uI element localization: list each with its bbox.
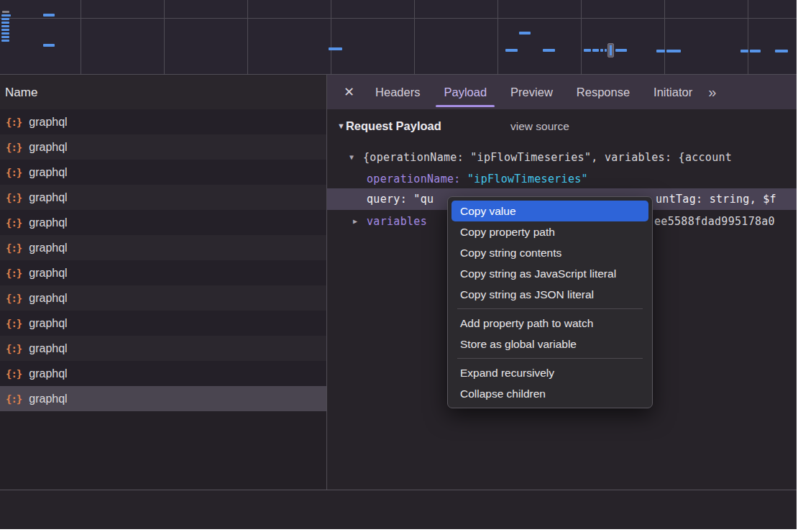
timeline-bar[interactable] — [2, 11, 9, 13]
summary-footer — [0, 490, 797, 528]
devtools-window: Name {:}graphql{:}graphql{:}graphql{:}gr… — [0, 0, 797, 529]
menu-item-store-as-global-variable[interactable]: Store as global variable — [451, 334, 648, 354]
timeline-bar[interactable] — [505, 49, 518, 52]
menu-item-copy-string-as-json-literal[interactable]: Copy string as JSON literal — [451, 284, 648, 305]
operation-name-row[interactable]: operationName: "ipFlowTimeseries" — [327, 168, 797, 190]
property-preview-right: ee5588fdad995178a0 — [654, 211, 775, 232]
timeline-bar[interactable] — [656, 50, 665, 52]
devtools-screenshot: Name {:}graphql{:}graphql{:}graphql{:}gr… — [0, 0, 798, 532]
menu-item-copy-string-as-javascript-literal[interactable]: Copy string as JavaScript literal — [451, 263, 648, 284]
network-request-row[interactable]: {:}graphql — [0, 134, 326, 160]
json-braces-icon: {:} — [6, 368, 22, 380]
timeline-bar[interactable] — [543, 49, 555, 52]
menu-item-copy-string-contents[interactable]: Copy string contents — [451, 242, 648, 263]
timeline-bar[interactable] — [740, 50, 748, 52]
request-name: graphql — [29, 267, 67, 280]
timeline-bar[interactable] — [1, 18, 9, 20]
timeline-bar[interactable] — [1, 14, 11, 17]
request-name: graphql — [29, 166, 67, 179]
request-payload-header: ▼Request Payload view source — [327, 118, 797, 137]
property-value-left: "qu — [413, 193, 434, 206]
timeline-bar[interactable] — [1, 22, 9, 24]
tab-headers[interactable]: Headers — [366, 75, 429, 109]
context-menu: Copy valueCopy property pathCopy string … — [447, 196, 653, 408]
timeline-bar[interactable] — [519, 32, 531, 35]
payload-root-row[interactable]: ▼ {operationName: "ipFlowTimeseries", va… — [327, 147, 797, 168]
overview-gridline — [748, 0, 748, 74]
network-request-row[interactable]: {:}graphql — [0, 311, 326, 336]
close-icon[interactable]: ✕ — [344, 84, 354, 100]
timeline-bar[interactable] — [750, 50, 761, 52]
json-braces-icon: {:} — [6, 267, 22, 279]
network-overview[interactable] — [0, 0, 797, 75]
request-name: graphql — [29, 342, 67, 355]
timeline-bar[interactable] — [43, 14, 55, 17]
property-value: "ipFlowTimeseries" — [467, 173, 588, 185]
panel-divider[interactable] — [326, 75, 327, 528]
timeline-bar[interactable] — [605, 49, 607, 52]
timeline-bar[interactable] — [600, 49, 603, 52]
network-request-row[interactable]: {:}graphql — [0, 260, 326, 285]
timeline-bar[interactable] — [775, 50, 788, 52]
selected-request-marker — [607, 43, 614, 58]
request-payload-title: ▼Request Payload — [337, 119, 441, 133]
menu-item-expand-recursively[interactable]: Expand recursively — [451, 362, 648, 383]
network-request-row[interactable]: {:}graphql — [0, 160, 326, 185]
selected-request-marker-bar — [610, 45, 612, 55]
network-request-row[interactable]: {:}graphql — [0, 210, 326, 235]
property-key: variables — [367, 215, 427, 228]
network-request-row[interactable]: {:}graphql — [0, 235, 326, 260]
timeline-bar[interactable] — [1, 32, 9, 35]
json-braces-icon: {:} — [6, 393, 22, 405]
menu-item-collapse-children[interactable]: Collapse children — [451, 383, 648, 404]
tab-initiator[interactable]: Initiator — [644, 75, 702, 109]
tab-payload[interactable]: Payload — [434, 75, 496, 109]
name-column-header[interactable]: Name — [0, 75, 326, 109]
menu-separator — [457, 308, 643, 309]
view-source-link[interactable]: view source — [510, 120, 569, 133]
collapsed-arrow-icon[interactable]: ▶ — [353, 211, 357, 232]
menu-item-copy-property-path[interactable]: Copy property path — [451, 221, 648, 242]
network-request-row[interactable]: {:}graphql — [0, 109, 326, 134]
timeline-bar[interactable] — [329, 47, 342, 50]
timeline-bar[interactable] — [584, 49, 591, 52]
request-name: graphql — [29, 191, 67, 204]
property-value-right: untTag: string, $f — [656, 188, 776, 210]
timeline-bar[interactable] — [1, 29, 9, 31]
overview-gridline — [414, 0, 415, 74]
network-request-row[interactable]: {:}graphql — [0, 185, 326, 210]
section-expander-icon[interactable]: ▼ — [337, 121, 345, 130]
network-request-row[interactable]: {:}graphql — [0, 285, 326, 311]
network-request-row[interactable]: {:}graphql — [0, 386, 326, 411]
json-braces-icon: {:} — [6, 293, 22, 304]
tabs-container: HeadersPayloadPreviewResponseInitiator — [366, 75, 707, 109]
json-braces-icon: {:} — [6, 343, 22, 354]
timeline-bar[interactable] — [666, 50, 681, 52]
timeline-bar[interactable] — [1, 36, 9, 38]
request-name: graphql — [29, 216, 67, 229]
request-name: graphql — [29, 116, 67, 129]
timeline-bar[interactable] — [43, 44, 55, 47]
more-tabs-icon[interactable]: » — [708, 84, 715, 101]
network-request-row[interactable]: {:}graphql — [0, 336, 326, 361]
menu-item-copy-value[interactable]: Copy value — [451, 201, 648, 221]
menu-separator — [457, 358, 643, 359]
tab-preview[interactable]: Preview — [501, 75, 562, 109]
json-braces-icon: {:} — [6, 318, 22, 329]
network-request-row[interactable]: {:}graphql — [0, 361, 326, 386]
timeline-bar[interactable] — [1, 25, 9, 27]
overview-gridline — [164, 0, 165, 74]
expand-arrow-icon[interactable]: ▼ — [349, 147, 354, 168]
overview-gridline — [664, 0, 665, 74]
json-braces-icon: {:} — [6, 167, 22, 178]
timeline-bar[interactable] — [615, 49, 627, 52]
request-name: graphql — [29, 292, 67, 305]
timeline-bar[interactable] — [1, 40, 9, 42]
json-braces-icon: {:} — [6, 217, 22, 229]
menu-item-add-property-path-to-watch[interactable]: Add property path to watch — [451, 313, 648, 334]
tab-response[interactable]: Response — [567, 75, 639, 109]
request-list: {:}graphql{:}graphql{:}graphql{:}graphql… — [0, 109, 326, 411]
timeline-bar[interactable] — [592, 49, 599, 52]
detail-tab-bar: ✕ HeadersPayloadPreviewResponseInitiator… — [327, 75, 797, 109]
request-payload-title-text: Request Payload — [346, 119, 441, 132]
